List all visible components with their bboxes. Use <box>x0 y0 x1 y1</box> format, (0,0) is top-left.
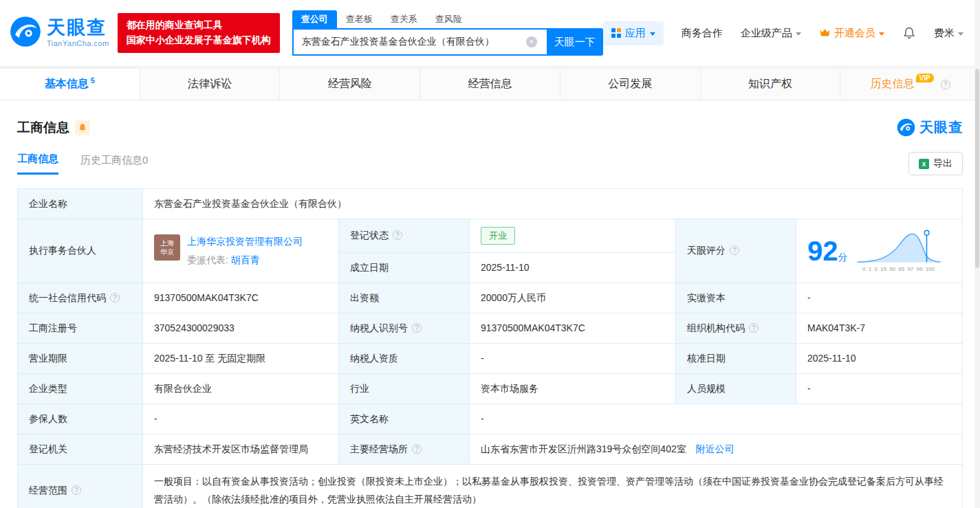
excel-icon <box>919 159 929 169</box>
chevron-down-icon <box>958 32 963 36</box>
business-address-label: 主要经营场所 <box>339 434 470 464</box>
help-icon[interactable] <box>72 485 81 495</box>
partner-cell: 上海 华京 上海华京投资管理有限公司 委派代表: 胡百青 <box>143 219 339 283</box>
business-term-label: 营业期限 <box>18 343 143 373</box>
header-menu: 应用 商务合作 企业级产品 开通会员 <box>603 21 963 45</box>
apps-label: 应用 <box>625 27 646 40</box>
main-content: 工商信息 天眼查 工商信息 历史工商信息0 <box>0 118 980 508</box>
menu-item-cooperation[interactable]: 商务合作 <box>682 27 723 40</box>
field-label: 登记状态 <box>350 230 389 241</box>
help-icon[interactable] <box>412 323 422 333</box>
table-row: 执行事务合伙人 上海 华京 上海华京投资管理有限公司 委派代表: 胡百青 <box>18 219 963 253</box>
tab-count: 5 <box>91 76 95 85</box>
search-tabs: 查公司 查老板 查关系 查风险 <box>292 10 603 28</box>
menu-item-enterprise[interactable]: 企业级产品 <box>741 27 801 40</box>
tab-business-info[interactable]: 经营信息 <box>420 69 560 100</box>
business-scope-value: 一般项目：以自有资金从事投资活动；创业投资（限投资未上市企业）；以私募基金从事股… <box>143 464 963 508</box>
delegate-link[interactable]: 胡百青 <box>231 254 260 265</box>
staff-size-label: 人员规模 <box>676 373 796 404</box>
tab-label: 历史信息 <box>871 77 915 91</box>
company-nav-tabs: 基本信息 5 法律诉讼 经营风险 经营信息 公司发展 知识产权 历史信息 VIP <box>0 69 980 100</box>
table-row: 参保人数 - 英文名称 - <box>18 404 963 434</box>
tab-operating-risk[interactable]: 经营风险 <box>280 69 420 100</box>
partner-company-link[interactable]: 上海华京投资管理有限公司 <box>187 236 303 247</box>
search-tab-company[interactable]: 查公司 <box>292 10 337 28</box>
taxpayer-quality-value: - <box>470 343 676 373</box>
nearby-companies-link[interactable]: 附近公司 <box>696 443 734 454</box>
notification-bell-icon[interactable] <box>902 26 916 40</box>
reg-status-label: 登记状态 <box>339 219 470 253</box>
reg-status-value: 开业 <box>470 219 676 253</box>
section-header: 工商信息 天眼查 <box>17 118 963 137</box>
enterprise-label: 企业级产品 <box>741 27 792 40</box>
search-tab-risk[interactable]: 查风险 <box>426 10 471 28</box>
search-tab-boss[interactable]: 查老板 <box>337 10 382 28</box>
help-icon[interactable] <box>941 80 950 89</box>
table-row: 企业类型 有限合伙企业 行业 资本市场服务 人员规模 - <box>18 373 963 404</box>
apps-grid-icon <box>611 28 621 38</box>
paid-capital-value: - <box>796 283 963 313</box>
english-name-value: - <box>470 404 963 434</box>
menu-item-open-vip[interactable]: 开通会员 <box>819 27 884 40</box>
help-icon[interactable] <box>730 245 739 255</box>
search-button[interactable]: 天眼一下 <box>547 28 603 56</box>
chevron-down-icon <box>650 32 655 36</box>
tianyancha-logo-icon <box>10 16 41 50</box>
insured-count-value: - <box>143 404 339 434</box>
tianyancha-logo[interactable]: 天眼查 TianYanCha.com <box>10 16 109 50</box>
business-info-table: 企业名称 东营金石产业投资基金合伙企业（有限合伙） 执行事务合伙人 上海 华京 … <box>17 188 963 508</box>
scrollbar-track[interactable] <box>974 0 980 508</box>
status-badge: 开业 <box>481 227 515 245</box>
tab-history-info[interactable]: 历史信息 VIP <box>840 69 980 100</box>
subtab-row: 工商信息 历史工商信息0 导出 <box>17 152 963 176</box>
apps-menu-button[interactable]: 应用 <box>603 21 664 45</box>
search-input[interactable] <box>292 28 547 56</box>
field-label: 主要经营场所 <box>350 443 408 454</box>
help-icon[interactable] <box>412 444 422 454</box>
partner-label: 执行事务合伙人 <box>18 219 143 283</box>
tab-legal-litigation[interactable]: 法律诉讼 <box>140 69 281 100</box>
help-icon[interactable] <box>110 293 120 302</box>
user-menu[interactable]: 费米 <box>934 27 963 40</box>
tab-label: 经营信息 <box>468 77 512 91</box>
section-title: 工商信息 <box>17 119 69 137</box>
field-label: 纳税人识别号 <box>350 322 408 333</box>
business-address-value: 山东省东营市开发区沂州路319号众创空间402室 附近公司 <box>470 434 963 464</box>
tab-intellectual-property[interactable]: 知识产权 <box>701 69 841 100</box>
avatar-line2: 华京 <box>160 247 174 256</box>
taxpayer-quality-label: 纳税人资质 <box>339 343 470 373</box>
table-row: 经营范围 一般项目：以自有资金从事投资活动；创业投资（限投资未上市企业）；以私募… <box>18 464 963 508</box>
chevron-down-icon <box>796 32 801 36</box>
establish-date-label: 成立日期 <box>339 252 470 283</box>
subtab-history-business-info[interactable]: 历史工商信息0 <box>80 154 148 174</box>
search-tab-relation[interactable]: 查关系 <box>382 10 426 28</box>
paid-capital-label: 实缴资本 <box>676 283 796 313</box>
help-icon[interactable] <box>749 323 759 333</box>
logo-text: 天眼查 TianYanCha.com <box>47 19 109 47</box>
export-label: 导出 <box>933 157 952 170</box>
tab-basic-info[interactable]: 基本信息 5 <box>0 69 140 100</box>
watermark-logo: 天眼查 <box>897 118 963 137</box>
subtab-business-info[interactable]: 工商信息 <box>17 153 58 175</box>
help-icon[interactable] <box>393 230 402 240</box>
export-button[interactable]: 导出 <box>908 152 963 175</box>
field-label: 天眼评分 <box>687 245 726 256</box>
tab-company-development[interactable]: 公司发展 <box>560 69 701 100</box>
company-type-label: 企业类型 <box>18 373 143 404</box>
table-row: 登记机关 东营经济技术开发区市场监督管理局 主要经营场所 山东省东营市开发区沂州… <box>18 434 963 464</box>
score-unit: 分 <box>838 252 848 263</box>
scrollbar-thumb[interactable] <box>975 69 979 268</box>
capital-value: 20000万人民币 <box>470 283 676 313</box>
subscribe-bell-icon[interactable] <box>75 120 90 135</box>
table-row: 营业期限 2025-11-10 至 无固定期限 纳税人资质 - 核准日期 202… <box>18 343 963 373</box>
english-name-label: 英文名称 <box>339 404 470 434</box>
brand-name: 天眼查 <box>47 19 109 37</box>
business-scope-label: 经营范围 <box>18 464 143 508</box>
chevron-down-icon <box>879 32 884 36</box>
tab-label: 经营风险 <box>328 77 372 91</box>
tab-label: 基本信息 <box>45 77 89 91</box>
reg-authority-value: 东营经济技术开发区市场监督管理局 <box>143 434 339 464</box>
clear-icon[interactable] <box>526 36 537 47</box>
avatar-line1: 上海 <box>160 239 174 247</box>
taxpayer-id-value: 91370500MAK04T3K7C <box>470 313 676 343</box>
